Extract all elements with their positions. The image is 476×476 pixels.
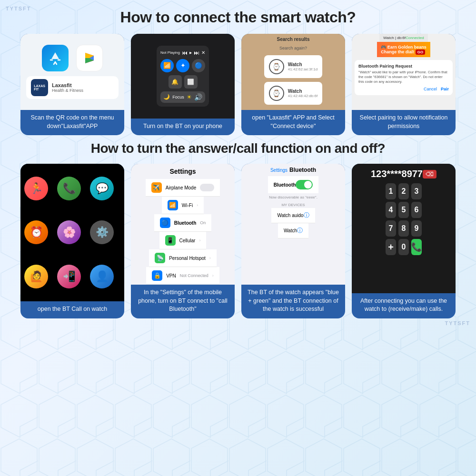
watermark-top: TYTSFT [6, 6, 31, 11]
cc-bt-dot-active: ✦ [176, 59, 189, 72]
key-6[interactable]: 6 [411, 202, 422, 218]
search-results-header: Search results [272, 34, 315, 45]
card2-screen: Not Playing ⏮ ▶ ⏭ ✕ 📶 ✦ 🔵 🔔 ⬜ 🌙 [131, 34, 235, 119]
cc-row2: 🔔 ⬜ [160, 75, 205, 89]
card4-screen: Watch | db:6f Connected 🎮 Earn Golden be… [352, 34, 456, 110]
watch-app-settings: ⚙️ [90, 220, 114, 244]
card5-screen: 🏃 📞 💬 ⏰ 🌸 ⚙️ 🙋 📲 👤 [20, 164, 124, 301]
cc-media-icons: ⏮ ▶ ⏭ [182, 50, 199, 56]
watch-icon-2: ⌚ [269, 86, 284, 101]
watch-app-wave: 🙋 [24, 265, 48, 288]
settings-vpn[interactable]: 🔒 VPN Not Connected › [146, 267, 219, 285]
watch-app-timer: ⏰ [24, 220, 48, 244]
bt-toggle-on[interactable] [296, 180, 313, 189]
card6-label: In the "Settings" of the mobile phone, t… [131, 285, 235, 318]
key-1[interactable]: 1 [386, 183, 396, 199]
wifi-arrow: › [197, 203, 198, 208]
bt-back-button[interactable]: Settings [270, 168, 288, 173]
card6-screen: Settings ✈️ Airplane Mode 📶 Wi-Fi › 🔵 Bl… [131, 164, 235, 285]
cellular-label: Cellular [179, 238, 196, 243]
card-bt-phone: Not Playing ⏮ ▶ ⏭ ✕ 📶 ✦ 🔵 🔔 ⬜ 🌙 [131, 34, 235, 135]
card2-label: Turn on the BT on your phone [131, 119, 235, 136]
wifi-icon: 📶 [168, 200, 178, 210]
bt-device-watch-audio[interactable]: Watch auido ⓘ [271, 208, 315, 223]
bt-value: On [200, 220, 206, 225]
cc-bt-dot2: 🔵 [192, 59, 205, 72]
card3-label: open "Laxasfit" APP and Select "Connect … [241, 110, 345, 135]
cc-focus-label: Focus [172, 95, 184, 99]
main-content: TYTSFT TYTSFT How to connect the smart w… [0, 0, 476, 332]
key-7[interactable]: 7 [386, 220, 396, 237]
section2-cards-row: 🏃 📞 💬 ⏰ 🌸 ⚙️ 🙋 📲 👤 open the BT Call on w… [13, 164, 463, 318]
cc-close-x: ✕ [201, 50, 205, 55]
airplane-toggle[interactable] [200, 184, 214, 191]
settings-wifi[interactable]: 📶 Wi-Fi › [162, 197, 204, 214]
control-center: Not Playing ⏮ ▶ ⏭ ✕ 📶 ✦ 🔵 🔔 ⬜ 🌙 [157, 46, 209, 107]
laxasfit-logo: LAXASFIT [31, 79, 48, 96]
bt-settings-header: Settings Bluetooth [265, 164, 322, 176]
bt-discoverable: Now discoverable as "eeee". [263, 194, 323, 201]
cc-screen: ⬜ [184, 75, 198, 89]
watch-app-flower: 🌸 [57, 220, 81, 244]
bt-info-icon-2[interactable]: ⓘ [297, 227, 303, 235]
search-again-text: Search again? [275, 45, 312, 53]
cc-not-playing: Not Playing [160, 50, 180, 55]
watch-item-2[interactable]: ⌚ Watch 41:42:48:42:db:6f [264, 82, 322, 105]
hotspot-label: Personal Hotspot [169, 256, 206, 261]
key-plus[interactable]: + [386, 239, 396, 255]
bt-pair-box: Bluetooth Pairing Request "Watch" would … [355, 60, 453, 95]
key-8[interactable]: 8 [398, 220, 409, 237]
app-icons-row [42, 45, 103, 71]
hotspot-arrow: › [209, 256, 211, 260]
bt-device-watch[interactable]: Watch ⓘ [278, 223, 308, 238]
watch-app-call2: 📲 [57, 265, 81, 288]
cc-wifi-dot: 📶 [160, 59, 174, 72]
card1-screen: LAXASFIT Laxasfit Health & Fitness [20, 34, 124, 110]
bt-cancel-button[interactable]: Cancel [424, 87, 437, 91]
bt-pair-button[interactable]: Pair [441, 87, 449, 91]
watch-icon-1: ⌚ [269, 59, 284, 74]
card1-label: Scan the QR code on the menu down"Laxasf… [20, 110, 124, 135]
watch2-name: Watch [288, 89, 317, 94]
key-0[interactable]: 0 [398, 239, 409, 255]
card8-label: After connecting you can use the watch t… [352, 293, 456, 318]
bt-top-bar: Watch | db:6f Connected [379, 34, 427, 42]
bt-pair-buttons: Cancel Pair [358, 87, 449, 91]
key-2[interactable]: 2 [398, 183, 409, 199]
bt-toggle-label: Bluetooth [274, 182, 296, 188]
settings-header: Settings [164, 164, 201, 179]
bt-watch-label: Watch | db:6f [383, 36, 406, 40]
key-9[interactable]: 9 [411, 220, 422, 237]
watch1-info: Watch 41:42:62:ae:3f:1d [288, 62, 317, 71]
watch2-addr: 41:42:48:42:db:6f [288, 94, 317, 98]
bt-toggle-row: Bluetooth [268, 176, 319, 193]
laxasfit-sub: Health & Fitness [52, 88, 83, 93]
bt-info-icon-1[interactable]: ⓘ [304, 211, 309, 219]
key-call[interactable]: 📞 [411, 239, 422, 255]
card7-screen: Settings Bluetooth Bluetooth Now discove… [241, 164, 345, 285]
cc-focus-row: 🌙 Focus ☀ 🔊 [160, 91, 205, 103]
card-settings: Settings ✈️ Airplane Mode 📶 Wi-Fi › 🔵 Bl… [131, 164, 235, 318]
watch-app-msg: 💬 [90, 177, 114, 200]
bt-bluetooth-title: Bluetooth [289, 167, 316, 173]
keypad-grid: 1 2 3 4 5 6 7 8 9 + 0 📞 [386, 183, 422, 255]
card-pairing: Watch | db:6f Connected 🎮 Earn Golden be… [352, 34, 456, 135]
settings-airplane[interactable]: ✈️ Airplane Mode [146, 179, 220, 197]
settings-bluetooth[interactable]: 🔵 Bluetooth On [154, 214, 212, 232]
banner-line2: Change the dial! GO [381, 50, 426, 54]
key-4[interactable]: 4 [386, 202, 396, 218]
card-scan-qr: LAXASFIT Laxasfit Health & Fitness Scan … [20, 34, 124, 135]
settings-hotspot[interactable]: 📡 Personal Hotspot › [149, 249, 217, 267]
card-connect-device: Search results Search again? ⌚ Watch 41:… [241, 34, 345, 135]
laxasfit-name: Laxasfit [52, 82, 83, 88]
watch2-info: Watch 41:42:48:42:db:6f [288, 89, 317, 98]
hotspot-icon: 📡 [155, 253, 165, 263]
watch-item-1[interactable]: ⌚ Watch 41:42:62:ae:3f:1d [264, 55, 322, 78]
vpn-label: VPN [166, 273, 176, 278]
section1-title: How to connect the smart watch? [13, 9, 463, 26]
settings-cellular[interactable]: 📱 Cellular › [159, 232, 207, 249]
key-3[interactable]: 3 [411, 183, 422, 199]
key-5[interactable]: 5 [398, 202, 409, 218]
keypad-delete-btn[interactable]: ⌫ [423, 170, 436, 178]
vpn-icon: 🔒 [152, 270, 162, 281]
